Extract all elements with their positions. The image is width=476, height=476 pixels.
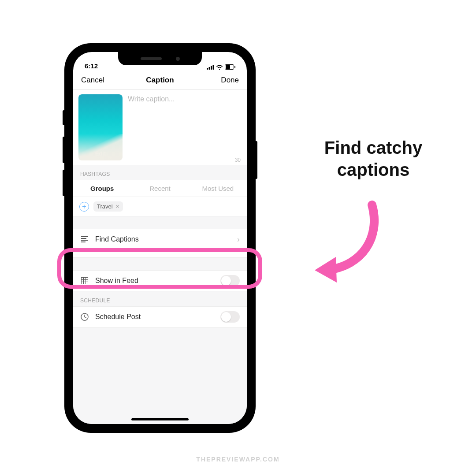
find-captions-row[interactable]: Find Captions › <box>73 229 247 250</box>
svg-rect-2 <box>211 66 212 70</box>
svg-rect-1 <box>209 67 210 70</box>
callout-line2: captions <box>301 159 446 181</box>
arrow-icon <box>310 196 390 284</box>
done-button[interactable]: Done <box>221 76 239 85</box>
tab-most-used[interactable]: Most Used <box>189 180 247 197</box>
schedule-toggle[interactable] <box>220 311 240 323</box>
watermark: THEPREVIEWAPP.COM <box>0 456 476 463</box>
svg-rect-3 <box>213 65 214 70</box>
cell-signal-icon <box>207 65 214 70</box>
battery-icon <box>225 64 235 70</box>
chevron-right-icon: › <box>237 235 240 244</box>
remove-chip-icon[interactable]: ✕ <box>115 204 119 209</box>
svg-rect-9 <box>81 240 88 241</box>
paragraph-icon <box>80 236 89 242</box>
mute-switch <box>63 110 65 125</box>
nav-bar: Cancel Caption Done <box>73 71 247 90</box>
callout-text: Find catchy captions <box>301 137 446 181</box>
svg-line-18 <box>85 317 86 318</box>
hashtag-group-row: + Travel ✕ <box>73 197 247 216</box>
clock-icon <box>80 313 89 321</box>
power-button <box>255 141 257 179</box>
show-in-feed-label: Show in Feed <box>95 277 138 285</box>
home-indicator[interactable] <box>131 418 189 420</box>
svg-rect-8 <box>81 238 86 239</box>
notch <box>118 52 202 65</box>
volume-up <box>63 137 65 163</box>
svg-rect-0 <box>207 68 208 70</box>
find-captions-label: Find Captions <box>95 235 139 243</box>
svg-rect-10 <box>81 242 86 242</box>
callout-line1: Find catchy <box>301 137 446 159</box>
cancel-button[interactable]: Cancel <box>81 76 104 85</box>
caption-input[interactable]: Write caption... <box>128 94 175 162</box>
camera-icon <box>176 57 180 61</box>
content: Edit Write caption... 30 HASHTAGS Groups… <box>73 90 247 424</box>
schedule-section-label: SCHEDULE <box>73 291 247 306</box>
partial-row <box>73 250 247 258</box>
phone-frame: 6:12 Cancel Caption Done Edit Write capt… <box>65 44 255 432</box>
tab-groups[interactable]: Groups <box>73 180 131 197</box>
schedule-post-label: Schedule Post <box>95 313 141 321</box>
hashtag-chip[interactable]: Travel ✕ <box>93 201 123 212</box>
show-in-feed-toggle[interactable] <box>220 275 240 286</box>
chip-label: Travel <box>97 203 113 210</box>
volume-down <box>63 170 65 196</box>
post-thumbnail[interactable]: Edit <box>78 94 123 160</box>
grid-icon <box>80 277 89 284</box>
screen: 6:12 Cancel Caption Done Edit Write capt… <box>73 52 247 424</box>
svg-rect-6 <box>234 66 235 68</box>
caption-area: Edit Write caption... 30 <box>73 90 247 165</box>
wifi-icon <box>216 65 223 70</box>
svg-rect-5 <box>226 65 230 69</box>
caption-counter: 30 <box>235 157 241 163</box>
schedule-post-row[interactable]: Schedule Post <box>73 306 247 327</box>
status-time: 6:12 <box>85 62 98 70</box>
edit-label[interactable]: Edit <box>78 150 123 157</box>
svg-rect-11 <box>82 278 88 284</box>
show-in-feed-row[interactable]: Show in Feed <box>73 270 247 291</box>
svg-rect-7 <box>81 236 88 237</box>
tab-recent[interactable]: Recent <box>131 180 189 197</box>
add-group-button[interactable]: + <box>79 202 89 212</box>
speaker-icon <box>141 57 162 60</box>
hashtag-tabs: Groups Recent Most Used <box>73 180 247 197</box>
hashtags-section-label: HASHTAGS <box>73 165 247 180</box>
